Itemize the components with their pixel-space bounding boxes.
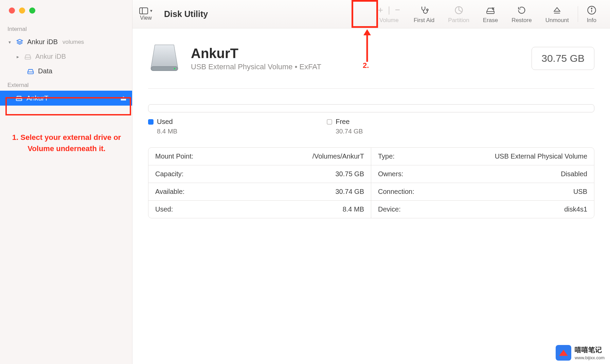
toolbar-label: Volume <box>379 17 399 24</box>
toolbar-label: First Aid <box>414 17 434 24</box>
legend-value: 30.74 GB <box>336 128 363 135</box>
toolbar-label: Partition <box>448 17 469 24</box>
main-pane: ▾ View Disk Utility + | − Volume <box>132 0 610 364</box>
restore-icon <box>517 5 526 16</box>
toolbar-label: View <box>140 15 151 21</box>
stack-icon <box>16 38 24 46</box>
watermark-name: 嘻嘻笔记 <box>575 345 605 354</box>
sidebar-item-external-volume[interactable]: AnkurT ⏏ <box>0 91 132 106</box>
chevron-down-icon: ▾ <box>150 8 152 13</box>
info-row: Owners:Disabled <box>371 165 594 183</box>
info-row: Connection:USB <box>371 183 594 201</box>
restore-button[interactable]: Restore <box>505 0 539 28</box>
watermark-url: www.bijixx.com <box>575 355 605 360</box>
swatch-free <box>327 119 332 125</box>
close-window-button[interactable] <box>9 7 15 14</box>
window-controls <box>0 5 132 22</box>
info-row: Device:disk4s1 <box>371 201 594 218</box>
disk-icon <box>26 68 35 74</box>
annotation-text-2: 2. <box>363 61 369 70</box>
info-row: Available:30.74 GB <box>148 183 371 201</box>
info-row: Used:8.4 MB <box>148 201 371 218</box>
watermark-logo-icon <box>556 345 571 361</box>
volume-button: + | − Volume <box>371 0 407 28</box>
legend-label: Free <box>336 118 349 126</box>
info-icon <box>587 5 596 16</box>
external-drive-icon <box>148 42 181 75</box>
sidebar-section-external: External <box>0 78 132 91</box>
svg-rect-0 <box>140 8 148 14</box>
info-row: Capacity:30.75 GB <box>148 165 371 183</box>
sidebar-item-label: Data <box>38 67 52 75</box>
chevron-down-icon[interactable]: ▾ <box>7 39 12 45</box>
app-title: Disk Utility <box>164 9 208 19</box>
svg-point-11 <box>174 68 176 70</box>
toolbar: ▾ View Disk Utility + | − Volume <box>132 0 610 29</box>
volume-name: AnkurT <box>191 46 321 61</box>
toolbar-label: Info <box>587 17 596 24</box>
volume-header: AnkurT USB External Physical Volume • Ex… <box>148 39 594 89</box>
volume-subtitle: USB External Physical Volume • ExFAT <box>191 62 321 71</box>
plus-icon: + <box>378 5 383 15</box>
toolbar-label: Restore <box>512 17 532 24</box>
erase-icon <box>485 5 496 16</box>
toolbar-label: Unmount <box>545 17 569 24</box>
legend-label: Used <box>157 118 173 126</box>
info-button[interactable]: Info <box>580 0 603 28</box>
sidebar-item-label: Ankur iDB <box>27 38 58 46</box>
legend-free: Free 30.74 GB <box>327 118 363 135</box>
sidebar-item-container-disk[interactable]: ▾ Ankur iDB volumes <box>0 35 132 49</box>
partition-button: Partition <box>441 0 476 28</box>
toolbar-separator <box>578 6 578 22</box>
disk-icon <box>15 95 23 101</box>
usage-bar <box>148 104 594 112</box>
stethoscope-icon <box>419 5 429 16</box>
eject-icon[interactable]: ⏏ <box>120 94 127 102</box>
svg-point-2 <box>427 9 428 11</box>
swatch-used <box>148 119 154 125</box>
sidebar-item-label: AnkurT <box>26 94 48 102</box>
sidebar-item-sublabel: volumes <box>62 39 84 46</box>
minimize-window-button[interactable] <box>19 7 25 14</box>
view-menu-button[interactable]: ▾ View <box>139 7 152 21</box>
eject-icon <box>553 5 561 16</box>
maximize-window-button[interactable] <box>29 7 35 14</box>
unmount-button[interactable]: Unmount <box>539 0 576 28</box>
svg-point-9 <box>591 8 592 8</box>
legend-used: Used 8.4 MB <box>148 118 177 135</box>
sidebar-item-volume-data[interactable]: Data <box>0 64 132 78</box>
minus-icon: − <box>395 5 400 15</box>
info-row: Type:USB External Physical Volume <box>371 148 594 165</box>
sidebar-item-label: Ankur iDB <box>35 53 66 60</box>
pie-icon <box>454 5 464 16</box>
volume-size-badge: 30.75 GB <box>532 47 594 70</box>
info-grid: Mount Point:/Volumes/AnkurT Type:USB Ext… <box>148 147 594 218</box>
annotation-text-1: 1. Select your external drive or Volume … <box>9 132 124 154</box>
legend-value: 8.4 MB <box>157 128 177 135</box>
info-row: Mount Point:/Volumes/AnkurT <box>148 148 371 165</box>
usage-legend: Used 8.4 MB Free 30.74 GB <box>148 118 594 135</box>
toolbar-label: Erase <box>483 17 498 24</box>
watermark: 嘻嘻笔记 www.bijixx.com <box>556 345 605 361</box>
sidebar-toggle-icon: ▾ <box>139 7 152 14</box>
first-aid-button[interactable]: First Aid <box>407 0 441 28</box>
sidebar: Internal ▾ Ankur iDB volumes ▸ Ankur iDB… <box>0 0 132 364</box>
sidebar-section-internal: Internal <box>0 22 132 35</box>
disk-icon <box>24 54 32 60</box>
svg-rect-10 <box>151 67 177 71</box>
chevron-right-icon[interactable]: ▸ <box>15 54 20 59</box>
sidebar-item-volume[interactable]: ▸ Ankur iDB <box>0 49 132 64</box>
content-area: AnkurT USB External Physical Volume • Ex… <box>132 29 610 229</box>
erase-button[interactable]: Erase <box>476 0 505 28</box>
